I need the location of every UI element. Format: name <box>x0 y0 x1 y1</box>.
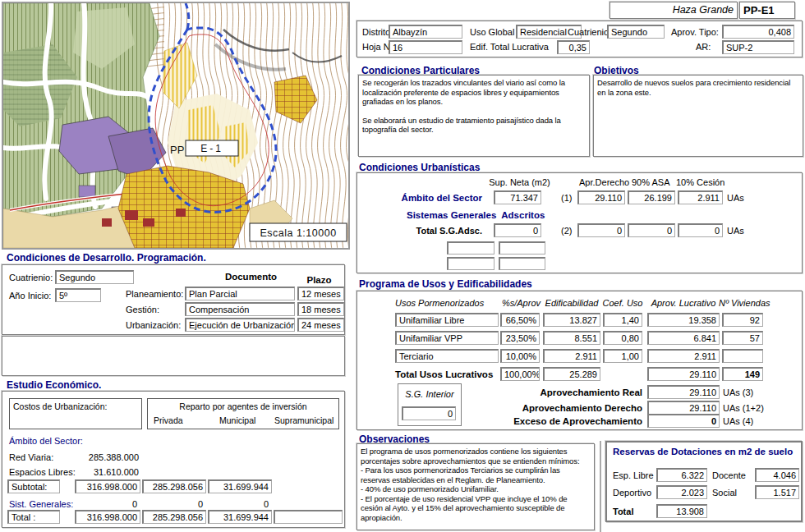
uso-row-2-aprov[interactable]: 6.841 <box>647 331 720 345</box>
edif-field[interactable]: 0,35 <box>557 40 590 54</box>
subtotal-label-field: Subtotal: <box>7 479 60 493</box>
sg-sup-field[interactable]: 0 <box>494 223 541 237</box>
reservas-title: Reservas de Dotaciones en m2 de suelo <box>613 447 793 456</box>
bottom-divider <box>600 441 601 532</box>
planeamiento-doc-field[interactable]: Plan Parcial <box>185 287 295 300</box>
sistemas-generales-title: Sistemas Generales Adscritos <box>407 210 545 221</box>
espacios-libres-value: 31.610.000 <box>52 467 139 478</box>
ambito-cesion-field[interactable]: 2.911 <box>678 190 723 204</box>
subtotal-municipal-field[interactable]: 31.699.944 <box>208 479 272 493</box>
aprov-header: Aprov. Lucrativo <box>647 298 720 309</box>
sg-extra-value-field-1[interactable] <box>499 241 545 255</box>
sist-generales-label: Sist. Generales: <box>9 499 73 510</box>
aprov-real-label: Aprovechamiento Real <box>456 388 642 398</box>
uso-row-3-coef[interactable]: 1,00 <box>603 349 642 363</box>
cp-paragraph-2: Se elaborará un estudio de tratamiento p… <box>362 116 586 135</box>
total-label-field: Total : <box>7 510 60 524</box>
sist-generales-municipal: 0 <box>208 499 269 510</box>
map-canvas: PP E-1 Escala 1:10000 <box>3 3 348 248</box>
uso-row-2-label[interactable]: Unifamiliar VPP <box>395 331 499 345</box>
estudio-ambito-label: Ámbito del Sector: <box>9 436 83 447</box>
total-usos-edif[interactable]: 25.289 <box>543 367 600 381</box>
ambito-derecho-field[interactable]: 29.110 <box>577 190 625 204</box>
ano-inicio-label: Año Inicio: <box>9 291 51 301</box>
aprov-tipo-label: Aprov. Tipo: <box>671 27 719 38</box>
condiciones-urbanisticas-title: Condiciones Urbanísticas <box>359 162 480 173</box>
esp-libre-field[interactable]: 6.322 <box>656 468 707 482</box>
uso-row-2-pct[interactable]: 23,50% <box>500 331 540 345</box>
planeamiento-label: Planeamiento: <box>126 289 183 300</box>
notes-empty-box <box>2 336 345 376</box>
total-municipal-field[interactable]: 31.699.944 <box>208 510 272 524</box>
uso-row-2-edif[interactable]: 8.551 <box>543 331 600 345</box>
ano-inicio-field[interactable]: 5º <box>55 288 101 302</box>
ambito-unit: UAs <box>727 193 744 204</box>
asa-header: 90% ASA <box>632 177 669 188</box>
sg-asa-field[interactable]: 0 <box>628 223 675 237</box>
hoja-field[interactable]: 16 <box>389 40 462 54</box>
total-privada-field[interactable]: 285.298.056 <box>142 510 206 524</box>
ambito-sup-field[interactable]: 71.347 <box>494 190 541 204</box>
sg-extra-name-field-1[interactable] <box>447 241 494 255</box>
reservas-box: Reservas de Dotaciones en m2 de suelo Es… <box>605 441 803 522</box>
coef-header: Coef. Uso <box>601 298 644 309</box>
sg-derecho-field[interactable]: 0 <box>577 223 625 237</box>
uso-row-2-coef[interactable]: 0,80 <box>603 331 642 345</box>
aprov-real-field[interactable]: 29.110 <box>647 385 720 399</box>
uso-row-3-pct[interactable]: 10,00% <box>500 349 540 363</box>
desarrollo-cuatrienio-field[interactable]: Segundo <box>55 270 134 284</box>
estudio-title: Estudio Económico. <box>7 379 101 391</box>
aprov-derecho-field[interactable]: 29.110 <box>647 401 720 415</box>
sg-extra-value-field-2[interactable] <box>499 257 545 270</box>
urbanizacion-doc-field[interactable]: Ejecución de Urbanización <box>185 318 295 332</box>
aprov-tipo-field[interactable]: 0,408 <box>722 25 794 39</box>
cuatrienio-field[interactable]: Segundo <box>607 25 665 39</box>
uso-row-3-viv[interactable] <box>722 349 763 363</box>
ar-field[interactable]: SUP-2 <box>722 40 794 54</box>
map-sector-label: E-1 <box>200 143 223 154</box>
map-pp-label: PP <box>170 144 184 156</box>
total-usos-pct[interactable]: 100,00% <box>500 367 540 381</box>
total-total-field[interactable]: 316.998.000 <box>75 510 140 524</box>
uso-row-1-label[interactable]: Unifamiliar Libre <box>395 313 499 327</box>
uso-row-1-edif[interactable]: 13.827 <box>543 313 600 327</box>
obs-paragraph-4: - El porcentaje de uso residencial VPP q… <box>361 494 591 523</box>
uso-row-3-aprov[interactable]: 2.911 <box>647 349 720 363</box>
gestion-plazo-field[interactable]: 18 meses <box>297 302 344 316</box>
desarrollo-title: Condiciones de Desarrollo. Programación. <box>7 252 206 264</box>
total-usos-aprov[interactable]: 29.110 <box>647 367 720 381</box>
uso-row-1-aprov[interactable]: 19.358 <box>647 313 720 327</box>
social-field[interactable]: 1.517 <box>755 485 799 499</box>
exceso-aprov-field[interactable]: 0 <box>647 414 720 428</box>
uso-row-1-viv[interactable]: 92 <box>722 313 763 327</box>
uso-row-3-label[interactable]: Terciario <box>395 349 499 363</box>
sector-code-box: PP-E1 <box>739 2 795 19</box>
ambito-asa-field[interactable]: 26.199 <box>628 190 675 204</box>
docente-label: Docente <box>712 470 746 481</box>
deportivo-field[interactable]: 2.023 <box>656 485 707 499</box>
documento-header: Documento <box>200 272 302 282</box>
docente-field[interactable]: 4.046 <box>755 468 799 482</box>
social-label: Social <box>712 488 737 498</box>
area-name: Haza Grande <box>614 5 734 16</box>
total-usos-viv[interactable]: 149 <box>722 367 763 381</box>
reservas-total-field[interactable]: 13.908 <box>656 504 707 518</box>
uso-row-2-viv[interactable]: 57 <box>722 331 763 345</box>
uso-row-1-pct[interactable]: 66,50% <box>500 313 540 327</box>
distrito-field[interactable]: Albayzín <box>389 25 462 39</box>
uso-row-3-edif[interactable]: 2.911 <box>543 349 600 363</box>
total-extra-field[interactable] <box>274 510 343 524</box>
obs-paragraph-3: - 40% de uso pormenorizado Unifamiliar. <box>361 484 591 494</box>
observaciones-box: El programa de usos pormenorizados conti… <box>356 443 595 530</box>
gestion-doc-field[interactable]: Compensación <box>185 302 295 316</box>
costos-box: Costos de Urbanización: <box>9 398 142 429</box>
subtotal-privada-field[interactable]: 285.298.056 <box>142 479 206 493</box>
planeamiento-plazo-field[interactable]: 12 meses <box>297 287 344 300</box>
costos-label: Costos de Urbanización: <box>13 401 107 412</box>
uso-row-1-coef[interactable]: 1,40 <box>603 313 642 327</box>
sg-cesion-field[interactable]: 0 <box>678 223 723 237</box>
urbanizacion-plazo-field[interactable]: 24 meses <box>297 318 344 332</box>
subtotal-total-field[interactable]: 316.998.000 <box>75 479 140 493</box>
sg-extra-name-field-2[interactable] <box>447 257 494 270</box>
sg-interior-field[interactable]: 0 <box>402 406 456 420</box>
